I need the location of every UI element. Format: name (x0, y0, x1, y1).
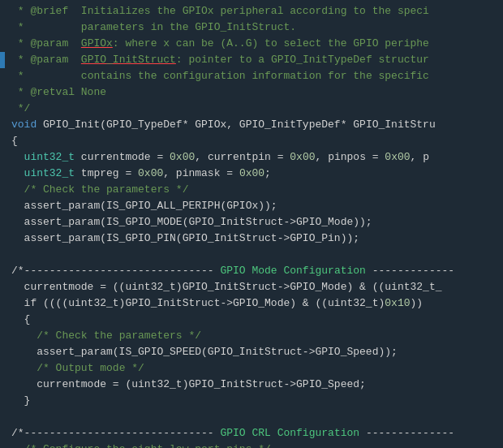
code-token: assert_param(IS_GPIO_PIN(GPIO_InitStruct… (11, 232, 359, 244)
code-token: * @param (11, 54, 81, 66)
code-token: uint32_t (24, 167, 75, 179)
line-text: assert_param(IS_GPIO_MODE(GPIO_InitStruc… (5, 214, 503, 230)
line-text: currentmode = (uint32_t)GPIO_InitStruct-… (5, 377, 503, 393)
code-token: /* Check the parameters */ (24, 183, 189, 196)
code-line: */ (0, 101, 503, 117)
line-text: uint32_t currentmode = 0x00, currentpin … (5, 149, 503, 166)
code-line: uint32_t tmpreg = 0x00, pinmask = 0x00; (0, 166, 503, 182)
code-token: /*------------------------------ (11, 427, 220, 439)
code-line: assert_param(IS_GPIO_ALL_PERIPH(GPIOx)); (0, 198, 503, 214)
code-token: , pinmask = (163, 167, 239, 179)
code-token: * @param (11, 37, 81, 50)
code-token: 0x00 (385, 151, 410, 163)
code-line: * @param GPIO_InitStruct: pointer to a G… (0, 52, 503, 68)
line-text: /* Output mode */ (5, 360, 503, 377)
code-token: assert_param(IS_GPIO_ALL_PERIPH(GPIOx)); (11, 200, 277, 212)
line-text: * parameters in the GPIO_InitStruct. (5, 19, 503, 36)
code-line: * @brief Initializes the GPIOx periphera… (0, 3, 503, 19)
code-token (11, 183, 24, 196)
code-line: /* Check the parameters */ (0, 182, 503, 198)
code-token: ------------ (366, 265, 448, 277)
code-token: GPIOx (81, 37, 113, 50)
code-token: : pointer to a GPIO_InitTypeDef structu (176, 54, 423, 66)
code-token: 0x10 (385, 297, 410, 309)
code-line: * @retval None (0, 84, 503, 101)
line-text: { (5, 312, 503, 328)
code-token: { (11, 313, 30, 325)
code-token: - (448, 427, 454, 439)
code-token: assert_param(IS_GPIO_SPEED(GPIO_InitStru… (11, 346, 398, 358)
code-line: currentmode = (uint32_t)GPIO_InitStruct-… (0, 377, 503, 393)
code-token (11, 151, 24, 163)
code-token: void (11, 118, 43, 131)
code-token: { (11, 135, 18, 147)
code-token: assert_param(IS_GPIO_MODE(GPIO_InitStruc… (11, 216, 372, 228)
line-text: /* Configure the eight low port pins */ (5, 442, 503, 448)
code-token: contains the configuration information f… (81, 70, 423, 82)
code-token: GPIO Mode Configuration (220, 265, 365, 277)
code-token: tmpreg = (75, 167, 138, 179)
code-line: * parameters in the GPIO_InitStruct. (0, 19, 503, 36)
line-text: /*------------------------------ GPIO Mo… (5, 263, 503, 279)
code-line: assert_param(IS_GPIO_PIN(GPIO_InitStruct… (0, 230, 503, 247)
code-line: { (0, 133, 503, 149)
line-indicator (0, 247, 5, 263)
code-token: */ (11, 102, 30, 114)
code-line: assert_param(IS_GPIO_MODE(GPIO_InitStruc… (0, 214, 503, 230)
code-token: i (423, 5, 429, 17)
code-token: parameters in the GPIO_InitStruct. (81, 21, 296, 33)
line-indicator (0, 409, 5, 425)
line-text: * @param GPIOx: where x can be (A..G) to… (5, 36, 503, 52)
code-line: /* Check the parameters */ (0, 328, 503, 344)
code-token: /* Output mode */ (37, 362, 144, 374)
code-token: - (448, 265, 454, 277)
code-token: , currentpin = (195, 151, 290, 163)
line-text: assert_param(IS_GPIO_SPEED(GPIO_InitStru… (5, 344, 503, 360)
code-token: GPIO_Init(GPIO_TypeDef* GPIOx, GPIO_Init… (43, 118, 429, 131)
code-token: if ((((uint32_t)GPIO_InitStruct->GPIO_Mo… (11, 297, 385, 309)
line-text: /* Check the parameters */ (5, 182, 503, 198)
line-text: */ (5, 101, 503, 117)
code-token: ; (264, 167, 271, 179)
code-token: r (423, 54, 429, 66)
code-line: uint32_t currentmode = 0x00, currentpin … (0, 149, 503, 166)
code-token: * (11, 70, 81, 82)
code-token: 0x00 (170, 151, 195, 163)
code-token: , pinpos = (316, 151, 385, 163)
code-line: void GPIO_Init(GPIO_TypeDef* GPIOx, GPIO… (0, 117, 503, 133)
code-line: } (0, 393, 503, 409)
line-text: { (5, 133, 503, 149)
code-line: { (0, 312, 503, 328)
line-text: /* Check the parameters */ (5, 328, 503, 344)
code-token: , p (411, 151, 429, 163)
code-token: e (423, 37, 429, 50)
code-token: GPIO_InitStruct (81, 54, 176, 66)
code-line: /* Output mode */ (0, 360, 503, 377)
code-token: currentmode = (uint32_t)GPIO_InitStruct-… (11, 378, 366, 390)
code-token: } (11, 394, 30, 407)
code-token: : where x can be (A..G) to select the GP… (113, 37, 423, 50)
code-editor: * @brief Initializes the GPIOx periphera… (0, 0, 503, 448)
code-line: * contains the configuration information… (0, 68, 503, 84)
code-token: c (423, 70, 429, 82)
line-text: if ((((uint32_t)GPIO_InitStruct->GPIO_Mo… (5, 295, 503, 312)
code-token: 0x00 (239, 167, 264, 179)
code-token: /* Configure the eight low port pins */ (24, 443, 271, 448)
code-line (0, 247, 503, 263)
code-line: /* Configure the eight low port pins */ (0, 442, 503, 448)
code-token: /*------------------------------ (11, 265, 220, 277)
code-token (11, 167, 24, 179)
line-text: currentmode = ((uint32_t)GPIO_InitStruct… (5, 279, 503, 295)
code-token: 0x00 (138, 167, 163, 179)
code-token: _ (436, 281, 442, 293)
code-token: u (429, 118, 436, 131)
code-token: ------------- (359, 427, 448, 439)
code-token: )) (411, 297, 423, 309)
code-token: currentmode = ((uint32_t)GPIO_InitStruct… (11, 281, 436, 293)
line-text: * @brief Initializes the GPIOx periphera… (5, 3, 503, 19)
line-text: uint32_t tmpreg = 0x00, pinmask = 0x00; (5, 166, 503, 182)
code-token: GPIO CRL Configuration (220, 427, 359, 439)
code-line: currentmode = ((uint32_t)GPIO_InitStruct… (0, 279, 503, 295)
code-line: assert_param(IS_GPIO_SPEED(GPIO_InitStru… (0, 344, 503, 360)
code-token: * (11, 21, 81, 33)
